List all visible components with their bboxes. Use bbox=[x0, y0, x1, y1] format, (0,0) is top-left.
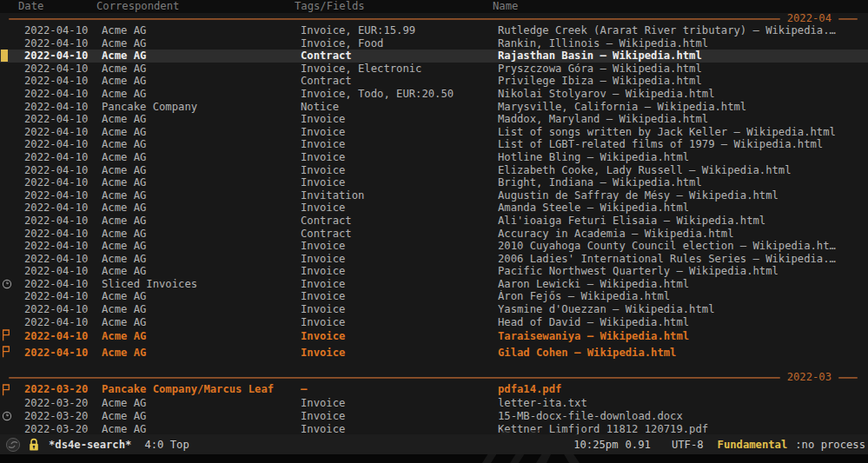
flag-icon bbox=[2, 346, 10, 358]
document-row[interactable]: 2022-04-10 Acme AG Invoice, Electronic P… bbox=[0, 63, 868, 76]
cell-correspondent: Acme AG bbox=[102, 303, 146, 316]
cell-date: 2022-03-20 bbox=[24, 410, 88, 423]
process-status: :no process bbox=[795, 439, 865, 451]
document-row[interactable]: 2022-04-10 Acme AG Invitation Augustin d… bbox=[0, 189, 868, 202]
column-header-tags: Tags/Fields bbox=[295, 0, 365, 13]
cell-correspondent: Acme AG bbox=[102, 37, 146, 50]
cell-date: 2022-04-10 bbox=[24, 138, 88, 151]
clock-icon bbox=[2, 411, 12, 421]
cell-correspondent: Acme AG bbox=[102, 397, 146, 410]
column-header-bar: Date Correspondent Tags/Fields Name bbox=[0, 0, 868, 13]
document-row[interactable]: 2022-04-10 Acme AG Contract Rajasthan Ba… bbox=[0, 50, 868, 63]
cell-tags: Invoice bbox=[301, 265, 345, 278]
column-header-name: Name bbox=[493, 0, 518, 13]
cell-correspondent: Acme AG bbox=[102, 164, 146, 177]
document-row[interactable]: 2022-04-10 Acme AG Contract Privilege Ib… bbox=[0, 75, 868, 88]
cell-date: 2022-04-10 bbox=[24, 101, 88, 114]
cell-name: Maddox, Maryland – Wikipedia.html bbox=[498, 113, 867, 126]
cell-tags: Contract bbox=[301, 228, 352, 241]
cell-date: 2022-04-10 bbox=[24, 303, 88, 316]
cell-date: 2022-04-10 bbox=[24, 328, 88, 345]
separator-line bbox=[9, 18, 780, 20]
document-row[interactable]: 2022-03-20 Acme AG Invoice letter-ita.tx… bbox=[0, 397, 868, 410]
document-row[interactable]: 2022-04-10 Acme AG Invoice Yasmine d'Oue… bbox=[0, 303, 868, 316]
cell-name: Áron Fejős – Wikipedia.html bbox=[498, 290, 867, 303]
cell-name: pdfa14.pdf bbox=[498, 383, 867, 396]
cell-name: Aaron Lewicki – Wikipedia.html bbox=[498, 278, 867, 291]
cell-tags: Invoice, Food bbox=[301, 37, 383, 50]
separator-line bbox=[838, 18, 858, 20]
lock-icon[interactable] bbox=[28, 438, 40, 452]
cell-date: 2022-04-10 bbox=[24, 50, 88, 63]
document-row[interactable]: 2022-04-10 Acme AG Invoice List of LGBT-… bbox=[0, 138, 868, 151]
cell-date: 2022-04-10 bbox=[24, 126, 88, 139]
cell-tags: Invoice bbox=[301, 316, 345, 329]
cell-tags: – bbox=[301, 383, 307, 396]
document-row[interactable]: 2022-04-10 Sliced Invoices Invoice Aaron… bbox=[0, 278, 868, 291]
cell-name: Augustin de Saffray de Mésy – Wikipedia.… bbox=[498, 189, 867, 202]
cell-tags: Invoice bbox=[301, 240, 345, 253]
cell-correspondent: Acme AG bbox=[102, 151, 146, 164]
cell-tags: Invoice bbox=[301, 138, 345, 151]
cell-date: 2022-04-10 bbox=[24, 316, 88, 329]
cell-correspondent: Acme AG bbox=[102, 345, 146, 361]
document-row[interactable]: 2022-04-10 Acme AG Invoice List of songs… bbox=[0, 126, 868, 139]
document-list: 2022-04 2022-04-10 Acme AG Invoice, EUR:… bbox=[0, 13, 868, 436]
document-row[interactable]: 2022-04-10 Acme AG Contract Accuracy in … bbox=[0, 228, 868, 241]
cell-tags: Invoice bbox=[301, 151, 345, 164]
flag-icon bbox=[2, 384, 10, 396]
document-row[interactable]: 2022-04-10 Acme AG Invoice Gilad Cohen –… bbox=[0, 345, 868, 361]
document-row[interactable]: 2022-04-10 Acme AG Invoice Pacific North… bbox=[0, 265, 868, 278]
column-header-correspondent: Correspondent bbox=[96, 0, 179, 13]
separator-line bbox=[838, 377, 858, 379]
cell-date: 2022-04-10 bbox=[24, 253, 88, 266]
document-row[interactable]: 2022-04-10 Acme AG Invoice, Todo, EUR:20… bbox=[0, 88, 868, 101]
cell-tags: Contract bbox=[301, 50, 352, 63]
cell-correspondent: Acme AG bbox=[102, 176, 146, 189]
cell-date: 2022-04-10 bbox=[24, 151, 88, 164]
cell-name: Yasmine d'Ouezzan – Wikipedia.html bbox=[498, 303, 867, 316]
document-row[interactable]: 2022-04-10 Acme AG Invoice 2010 Cuyahoga… bbox=[0, 240, 868, 253]
cell-correspondent: Acme AG bbox=[102, 316, 146, 329]
document-row[interactable]: 2022-04-10 Acme AG Invoice, EUR:15.99 Ru… bbox=[0, 24, 868, 37]
cell-date: 2022-03-20 bbox=[24, 397, 88, 410]
cell-date: 2022-04-10 bbox=[24, 164, 88, 177]
cell-tags: Invoice, EUR:15.99 bbox=[301, 24, 415, 37]
document-row[interactable]: 2022-04-10 Acme AG Contract Ali'ioaiga F… bbox=[0, 215, 868, 228]
cell-name: Privilege Ibiza – Wikipedia.html bbox=[498, 75, 867, 88]
separator-label: 2022-04 bbox=[787, 13, 832, 24]
cell-name: Nikolai Stolyarov – Wikipedia.html bbox=[498, 88, 867, 101]
cell-tags: Invoice bbox=[301, 126, 345, 139]
document-row[interactable]: 2022-04-10 Acme AG Invoice Maddox, Maryl… bbox=[0, 113, 868, 126]
document-row[interactable]: 2022-04-10 Acme AG Invoice Elizabeth Coo… bbox=[0, 164, 868, 177]
document-row[interactable]: 2022-04-10 Acme AG Invoice Amanda Steele… bbox=[0, 202, 868, 215]
cell-tags: Invoice bbox=[301, 176, 345, 189]
document-row[interactable]: 2022-04-10 Acme AG Invoice Hotline Bling… bbox=[0, 151, 868, 164]
document-row[interactable]: 2022-04-10 Acme AG Invoice Áron Fejős – … bbox=[0, 290, 868, 303]
document-row[interactable]: 2022-03-20 Acme AG Invoice 15-MB-docx-fi… bbox=[0, 410, 868, 423]
document-row[interactable]: 2022-04-10 Acme AG Invoice Head of David… bbox=[0, 316, 868, 329]
cell-date: 2022-04-10 bbox=[24, 189, 88, 202]
cell-tags: Invoice bbox=[301, 397, 345, 410]
cell-tags: Invoice bbox=[301, 253, 345, 266]
encoding-indicator: UTF-8 bbox=[672, 439, 704, 451]
cell-correspondent: Acme AG bbox=[102, 328, 146, 345]
document-row[interactable]: 2022-03-20 Pancake Company/Marcus Leaf –… bbox=[0, 383, 868, 396]
bottom-strip bbox=[0, 454, 868, 463]
date-section: 2022-03 2022-03-20 Pancake Company/Marcu… bbox=[0, 372, 868, 436]
cell-correspondent: Sliced Invoices bbox=[102, 278, 197, 291]
document-row[interactable]: 2022-04-10 Pancake Company Notice Marysv… bbox=[0, 101, 868, 114]
mode-line: *ds4e-search* 4:0 Top 10:25pm 0.91 UTF-8… bbox=[0, 434, 868, 454]
document-row[interactable]: 2022-04-10 Acme AG Invoice Bright, India… bbox=[0, 176, 868, 189]
document-row[interactable]: 2022-04-10 Acme AG Invoice 2006 Ladies' … bbox=[0, 253, 868, 266]
cell-date: 2022-04-10 bbox=[24, 228, 88, 241]
cell-correspondent: Acme AG bbox=[102, 228, 146, 241]
flag-icon bbox=[2, 329, 10, 341]
document-row[interactable]: 2022-04-10 Acme AG Invoice, Food Rankin,… bbox=[0, 37, 868, 50]
cell-tags: Invitation bbox=[301, 189, 364, 202]
document-row[interactable]: 2022-04-10 Acme AG Invoice Taraisewaniya… bbox=[0, 328, 868, 345]
cell-correspondent: Acme AG bbox=[102, 126, 146, 139]
cell-correspondent: Acme AG bbox=[102, 189, 146, 202]
cell-name: Elizabeth Cooke, Lady Russell – Wikipedi… bbox=[498, 164, 867, 177]
cell-correspondent: Acme AG bbox=[102, 75, 146, 88]
